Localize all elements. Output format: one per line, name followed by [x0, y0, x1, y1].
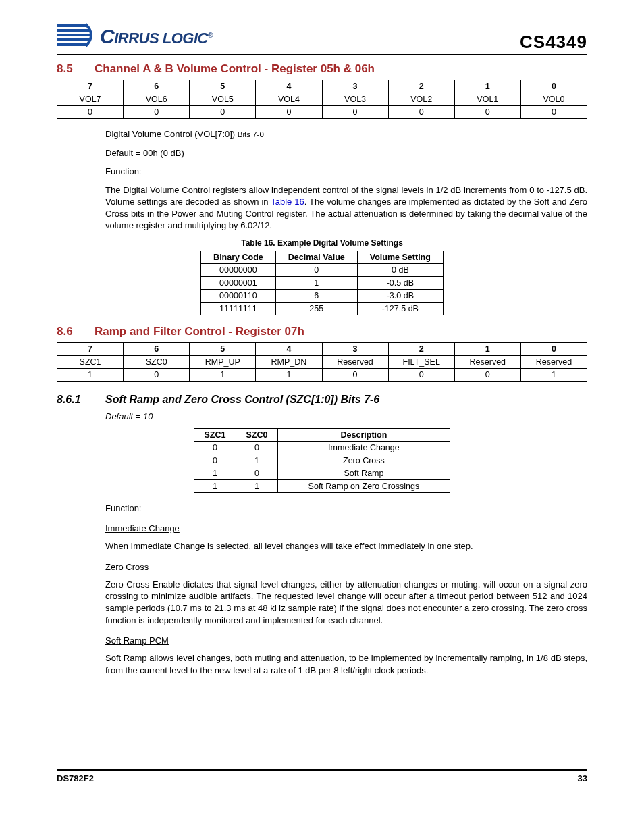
logo-text: IRRUS LOGIC — [114, 30, 208, 47]
zero-cross-text: Zero Cross Enable dictates that signal l… — [105, 579, 587, 626]
zero-cross-label: Zero Cross — [105, 562, 587, 572]
page-footer: DS782F2 33 — [57, 769, 587, 783]
soft-ramp-text: Soft Ramp allows level changes, both mut… — [105, 652, 587, 676]
table-16-link[interactable]: Table 16 — [271, 197, 304, 207]
table-16-caption: Table 16. Example Digital Volume Setting… — [57, 238, 587, 248]
immediate-change-label: Immediate Change — [105, 523, 587, 533]
bit-reset-row: 0000 0000 — [57, 106, 587, 119]
szc-table: SZC1 SZC0 Description 00Immediate Change… — [194, 428, 450, 493]
svg-rect-4 — [57, 43, 88, 46]
svg-rect-0 — [57, 24, 88, 27]
svg-rect-2 — [57, 34, 90, 36]
default-value-861: Default = 10 — [105, 411, 587, 421]
register-table-07h: 7654 3210 SZC1SZC0RMP_UPRMP_DN ReservedF… — [57, 342, 587, 382]
section-heading-8-6: 8.6Ramp and Filter Control - Register 07… — [57, 325, 587, 338]
section-heading-8-5: 8.5Channel A & B Volume Control - Regist… — [57, 62, 587, 76]
function-label-861: Function: — [105, 502, 587, 515]
part-number: CS4349 — [520, 32, 587, 53]
subsection-heading-8-6-1: 8.6.1Soft Ramp and Zero Cross Control (S… — [57, 394, 587, 406]
function-description: The Digital Volume Control registers all… — [105, 184, 587, 232]
logo-icon — [57, 20, 97, 53]
function-label: Function: — [105, 165, 587, 178]
register-table-05h-06h: 7654 3210 VOL7VOL6VOL5VOL4 VOL3VOL2VOL1V… — [57, 80, 587, 119]
field-line: Digital Volume Control (VOL[7:0]) Bits 7… — [105, 128, 587, 140]
table-16: Binary CodeDecimal ValueVolume Setting 0… — [200, 251, 444, 315]
page-header: CIRRUS LOGIC® CS4349 — [57, 20, 587, 55]
company-logo: CIRRUS LOGIC® — [57, 20, 213, 53]
svg-rect-1 — [57, 29, 89, 32]
soft-ramp-label: Soft Ramp PCM — [105, 635, 587, 646]
page-number: 33 — [578, 773, 587, 783]
immediate-change-text: When Immediate Change is selected, all l… — [105, 540, 587, 552]
doc-id: DS782F2 — [57, 773, 94, 783]
bit-name-row: VOL7VOL6VOL5VOL4 VOL3VOL2VOL1VOL0 — [57, 93, 587, 106]
default-value: Default = 00h (0 dB) — [105, 147, 587, 159]
bit-header-row: 7654 3210 — [57, 80, 587, 93]
svg-rect-3 — [57, 38, 89, 41]
